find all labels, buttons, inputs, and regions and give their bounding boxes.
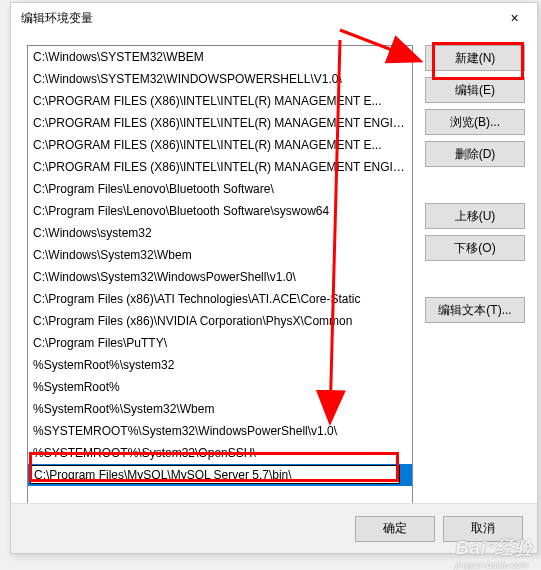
watermark-sub: jingyan.baidu.com bbox=[456, 560, 533, 570]
path-list-item[interactable]: C:\PROGRAM FILES (X86)\INTEL\INTEL(R) MA… bbox=[28, 90, 412, 112]
path-list-item[interactable]: C:\Windows\System32\WindowsPowerShell\v1… bbox=[28, 266, 412, 288]
content-area: C:\Windows\SYSTEM32\WBEMC:\Windows\SYSTE… bbox=[11, 33, 537, 503]
button-column: 新建(N) 编辑(E) 浏览(B)... 删除(D) 上移(U) 下移(O) 编… bbox=[425, 45, 525, 503]
path-list-item[interactable]: %SystemRoot%\System32\Wbem bbox=[28, 398, 412, 420]
path-list[interactable]: C:\Windows\SYSTEM32\WBEMC:\Windows\SYSTE… bbox=[27, 45, 413, 505]
path-list-item[interactable]: C:\PROGRAM FILES (X86)\INTEL\INTEL(R) MA… bbox=[28, 156, 412, 178]
dialog-title: 编辑环境变量 bbox=[21, 10, 93, 27]
path-list-item[interactable]: %SYSTEMROOT%\System32\OpenSSH\ bbox=[28, 442, 412, 464]
watermark-main: Bai°经验 bbox=[456, 538, 533, 558]
path-list-item[interactable]: C:\Windows\SYSTEM32\WBEM bbox=[28, 46, 412, 68]
path-edit-input[interactable] bbox=[30, 465, 400, 484]
path-list-item[interactable]: C:\Windows\SYSTEM32\WINDOWSPOWERSHELL\V1… bbox=[28, 68, 412, 90]
path-list-item[interactable]: %SYSTEMROOT%\System32\WindowsPowerShell\… bbox=[28, 420, 412, 442]
spacer bbox=[425, 173, 525, 197]
path-list-item[interactable]: C:\PROGRAM FILES (X86)\INTEL\INTEL(R) MA… bbox=[28, 134, 412, 156]
browse-button[interactable]: 浏览(B)... bbox=[425, 109, 525, 135]
edit-button[interactable]: 编辑(E) bbox=[425, 77, 525, 103]
watermark: Bai°经验 jingyan.baidu.com bbox=[456, 536, 533, 570]
ok-button[interactable]: 确定 bbox=[355, 516, 435, 542]
move-down-button[interactable]: 下移(O) bbox=[425, 235, 525, 261]
edit-text-button[interactable]: 编辑文本(T)... bbox=[425, 297, 525, 323]
close-icon: × bbox=[510, 10, 518, 26]
move-up-button[interactable]: 上移(U) bbox=[425, 203, 525, 229]
path-list-item[interactable]: %SystemRoot%\system32 bbox=[28, 354, 412, 376]
path-list-item[interactable]: C:\PROGRAM FILES (X86)\INTEL\INTEL(R) MA… bbox=[28, 112, 412, 134]
path-list-item[interactable]: C:\Windows\System32\Wbem bbox=[28, 244, 412, 266]
path-list-item[interactable]: C:\Program Files\Lenovo\Bluetooth Softwa… bbox=[28, 178, 412, 200]
path-list-item[interactable]: %SystemRoot% bbox=[28, 376, 412, 398]
spacer bbox=[425, 267, 525, 291]
delete-button[interactable]: 删除(D) bbox=[425, 141, 525, 167]
path-list-item[interactable]: C:\Program Files\PuTTY\ bbox=[28, 332, 412, 354]
path-list-item[interactable]: C:\Windows\system32 bbox=[28, 222, 412, 244]
close-button[interactable]: × bbox=[492, 3, 537, 33]
edit-env-var-dialog: 编辑环境变量 × C:\Windows\SYSTEM32\WBEMC:\Wind… bbox=[10, 2, 538, 554]
path-list-item[interactable]: C:\Program Files (x86)\ATI Technologies\… bbox=[28, 288, 412, 310]
title-bar[interactable]: 编辑环境变量 × bbox=[11, 3, 537, 33]
path-list-item[interactable]: C:\Program Files (x86)\NVIDIA Corporatio… bbox=[28, 310, 412, 332]
new-button[interactable]: 新建(N) bbox=[425, 45, 525, 71]
path-list-item[interactable]: C:\Program Files\Lenovo\Bluetooth Softwa… bbox=[28, 200, 412, 222]
